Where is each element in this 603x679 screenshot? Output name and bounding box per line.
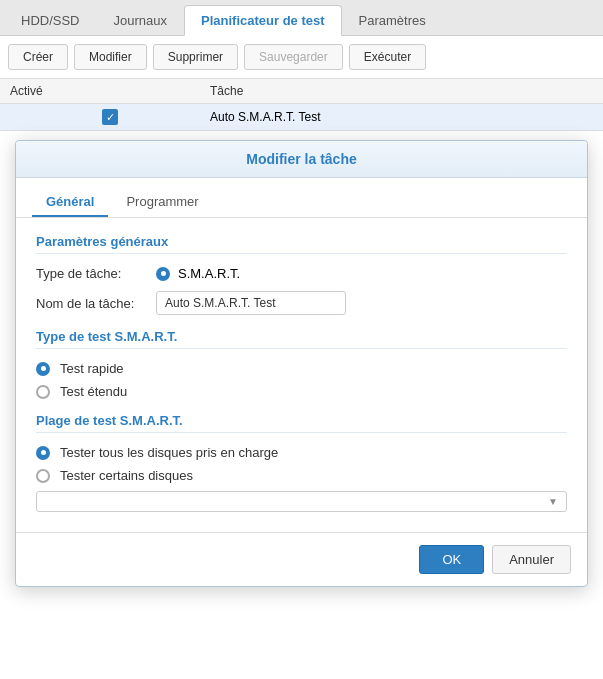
- radio-tous-disques[interactable]: Tester tous les disques pris en charge: [36, 445, 567, 460]
- label-type: Type de tâche:: [36, 266, 156, 281]
- table-row[interactable]: ✓ Auto S.M.A.R.T. Test: [0, 104, 603, 131]
- dropdown-arrow-icon: ▼: [548, 496, 558, 507]
- toolbar: Créer Modifier Supprimer Sauvegarder Exé…: [0, 36, 603, 79]
- tab-hdd[interactable]: HDD/SSD: [4, 5, 97, 36]
- modal-tab-bar: Général Programmer: [16, 178, 587, 218]
- radio-certains-empty[interactable]: [36, 469, 50, 483]
- radio-smart-selected[interactable]: [156, 267, 170, 281]
- col-header-active: Activé: [10, 84, 210, 98]
- table-row-active-col: ✓: [10, 109, 210, 125]
- label-certains-disques: Tester certains disques: [60, 468, 193, 483]
- tab-journaux[interactable]: Journaux: [97, 5, 184, 36]
- executer-button[interactable]: Exécuter: [349, 44, 426, 70]
- col-header-task: Tâche: [210, 84, 593, 98]
- modal-title: Modifier la tâche: [16, 141, 587, 178]
- form-row-name: Nom de la tâche:: [36, 291, 567, 315]
- radio-test-rapide[interactable]: Test rapide: [36, 361, 567, 376]
- creer-button[interactable]: Créer: [8, 44, 68, 70]
- cancel-button[interactable]: Annuler: [492, 545, 571, 574]
- label-name: Nom de la tâche:: [36, 296, 156, 311]
- radio-certains-disques[interactable]: Tester certains disques: [36, 468, 567, 483]
- page-container: HDD/SSD Journaux Planificateur de test P…: [0, 0, 603, 679]
- modal-tab-general[interactable]: Général: [32, 188, 108, 217]
- modal-tab-programmer[interactable]: Programmer: [112, 188, 212, 217]
- radio-test-etendu[interactable]: Test étendu: [36, 384, 567, 399]
- modal: Modifier la tâche Général Programmer Par…: [15, 140, 588, 587]
- value-type: S.M.A.R.T.: [156, 266, 240, 281]
- section-plage-title: Plage de test S.M.A.R.T.: [36, 413, 567, 433]
- modifier-button[interactable]: Modifier: [74, 44, 147, 70]
- modal-content: Paramètres généraux Type de tâche: S.M.A…: [16, 218, 587, 528]
- label-tous-disques: Tester tous les disques pris en charge: [60, 445, 278, 460]
- section-smart-type-title: Type de test S.M.A.R.T.: [36, 329, 567, 349]
- label-test-rapide: Test rapide: [60, 361, 124, 376]
- form-row-type: Type de tâche: S.M.A.R.T.: [36, 266, 567, 281]
- row-checkbox[interactable]: ✓: [102, 109, 118, 125]
- table-header: Activé Tâche: [0, 79, 603, 104]
- col-active-label: Activé: [10, 84, 43, 98]
- label-test-etendu: Test étendu: [60, 384, 127, 399]
- disques-dropdown[interactable]: ▼: [36, 491, 567, 512]
- table-row-task: Auto S.M.A.R.T. Test: [210, 110, 593, 124]
- smart-type-label: S.M.A.R.T.: [178, 266, 240, 281]
- modal-footer: OK Annuler: [16, 532, 587, 586]
- radio-etendu-empty[interactable]: [36, 385, 50, 399]
- sauvegarder-button[interactable]: Sauvegarder: [244, 44, 343, 70]
- radio-tous-selected[interactable]: [36, 446, 50, 460]
- tab-parametres[interactable]: Paramètres: [342, 5, 443, 36]
- task-name-input[interactable]: [156, 291, 346, 315]
- section-params-title: Paramètres généraux: [36, 234, 567, 254]
- supprimer-button[interactable]: Supprimer: [153, 44, 238, 70]
- value-name: [156, 291, 346, 315]
- ok-button[interactable]: OK: [419, 545, 484, 574]
- tab-planificateur[interactable]: Planificateur de test: [184, 5, 342, 36]
- tab-bar: HDD/SSD Journaux Planificateur de test P…: [0, 0, 603, 36]
- radio-rapide-selected[interactable]: [36, 362, 50, 376]
